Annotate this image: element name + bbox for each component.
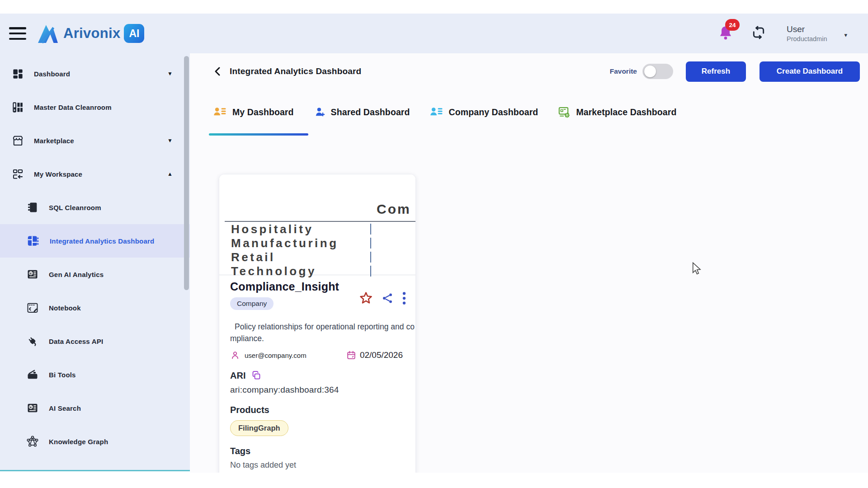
sidebar-item-label: Gen AI Analytics [49,271,104,278]
brand-logo[interactable]: Arivonix AI [36,23,144,44]
star-icon [359,291,373,305]
copy-ari-button[interactable] [251,370,262,381]
date-group: 02/05/2026 [346,350,403,360]
sidebar-item-sql-cleanroom[interactable]: SQL Cleanroom [0,191,190,224]
sidebar-item-dashboard[interactable]: Dashboard ▼ [0,57,190,90]
hamburger-menu-button[interactable] [9,27,26,40]
tab-marketplace-dashboard[interactable]: Marketplace Dashboard [558,106,676,129]
preview-row: Retail [231,250,370,264]
column-separator [370,266,372,277]
notification-count-badge: 24 [725,19,740,31]
ai-search-icon [26,402,39,414]
tab-company-dashboard[interactable]: Company Dashboard [430,106,538,129]
caret-down-icon: ▼ [167,137,173,144]
card-scope-badge: Company [230,297,274,310]
caret-down-icon: ▼ [167,70,173,77]
sidebar-item-notebook[interactable]: Notebook [0,291,190,324]
card-description: Policy relationships for operational rep… [230,321,415,344]
card-date: 02/05/2026 [360,350,403,360]
ari-row: ARI [230,370,405,381]
preview-row: Hospitality [231,222,370,236]
products-label: Products [230,405,405,415]
user-menu[interactable]: User Productadmin ▾ [787,24,847,42]
share-icon [382,292,393,304]
card-actions [359,291,406,305]
column-separator [370,224,372,235]
title-row: Integrated Analytics Dashboard Favorite … [212,60,860,83]
notebook-icon [26,301,39,314]
favorite-toggle[interactable] [642,64,673,79]
active-tab-underline [209,133,308,136]
sidebar-item-label: Data Access API [49,338,103,345]
sidebar: Dashboard ▼ Master Data Cleanroom Market… [0,53,190,471]
sidebar-item-label: My Workspace [34,170,82,178]
tab-shared-dashboard[interactable]: Shared Dashboard [314,106,410,129]
sidebar-item-data-access-api[interactable]: Data Access API [0,324,190,358]
share-button[interactable] [382,292,393,304]
kebab-menu-icon [402,291,406,305]
sidebar-item-marketplace[interactable]: Marketplace ▼ [0,124,190,157]
refresh-button[interactable]: Refresh [686,61,746,82]
sidebar-item-gen-ai-analytics[interactable]: Gen AI Analytics [0,258,190,291]
my-dashboard-icon [213,106,227,118]
more-options-button[interactable] [402,291,406,305]
company-dashboard-icon [430,106,443,118]
sidebar-item-bi-tools[interactable]: Bi Tools [0,358,190,391]
column-separator [370,252,372,263]
favorite-label: Favorite [610,67,637,75]
card-preview-table: Com Hospitality Manufacturing Retail Tec… [219,174,415,275]
card-meta-row: user@company.com 02/05/2026 [230,350,405,360]
shared-dashboard-icon [314,106,326,118]
user-name: User [787,24,827,34]
calendar-icon [346,350,356,360]
page-title: Integrated Analytics Dashboard [230,66,361,76]
back-button[interactable] [212,66,223,77]
dashboard-card[interactable]: Com Hospitality Manufacturing Retail Tec… [219,174,416,473]
integrated-analytics-icon [26,234,40,248]
knowledge-graph-icon [26,435,39,448]
product-badge: FilingGraph [230,420,288,436]
preview-header-rule [225,221,415,222]
sidebar-item-master-data-cleanroom[interactable]: Master Data Cleanroom [0,90,190,124]
sql-cleanroom-icon [26,201,39,214]
tab-label: Marketplace Dashboard [576,107,676,117]
sidebar-item-label: Master Data Cleanroom [34,103,112,111]
sidebar-item-label: Bi Tools [49,371,76,379]
tab-my-dashboard[interactable]: My Dashboard [213,106,294,129]
sidebar-item-label: Dashboard [34,70,70,78]
create-dashboard-button[interactable]: Create Dashboard [760,61,860,82]
data-access-api-icon [26,335,39,347]
sidebar-item-label: AI Search [49,404,81,412]
sidebar-item-integrated-analytics-dashboard[interactable]: Integrated Analytics Dashboard [0,224,190,258]
sidebar-scrollbar-thumb[interactable] [184,56,189,290]
tab-label: My Dashboard [232,107,294,117]
sidebar-item-my-workspace[interactable]: My Workspace ▲ [0,157,190,191]
gen-ai-analytics-icon [26,268,39,281]
marketplace-icon [12,135,24,147]
switch-apps-button[interactable] [751,25,766,42]
toggle-knob [644,66,656,77]
my-workspace-icon [12,168,24,180]
preview-rows: Hospitality Manufacturing Retail Technol… [231,222,370,278]
owner-email: user@company.com [245,352,307,359]
chevron-down-icon: ▾ [844,32,847,38]
mouse-cursor [691,262,703,276]
copy-icon [251,370,262,381]
sidebar-item-knowledge-graph[interactable]: Knowledge Graph [0,425,190,458]
user-icon [230,350,240,360]
main-content: Integrated Analytics Dashboard Favorite … [190,53,868,473]
sidebar-item-label: Marketplace [34,137,74,145]
column-separator [370,238,372,249]
master-data-cleanroom-icon [12,101,24,113]
sidebar-item-label: SQL Cleanroom [49,204,101,211]
topbar: Arivonix AI 24 User Productadmin ▾ [0,14,868,53]
sidebar-item-ai-search[interactable]: AI Search [0,391,190,425]
swap-icon [751,25,766,40]
preview-row: Manufacturing [231,236,370,250]
sidebar-item-label: Notebook [49,304,81,312]
notification-bell-button[interactable]: 24 [718,24,733,42]
ari-label: ARI [230,371,245,381]
dashboard-icon [12,68,24,80]
favorite-star-button[interactable] [359,291,373,305]
card-body: Compliance_Insight Company [219,280,415,470]
